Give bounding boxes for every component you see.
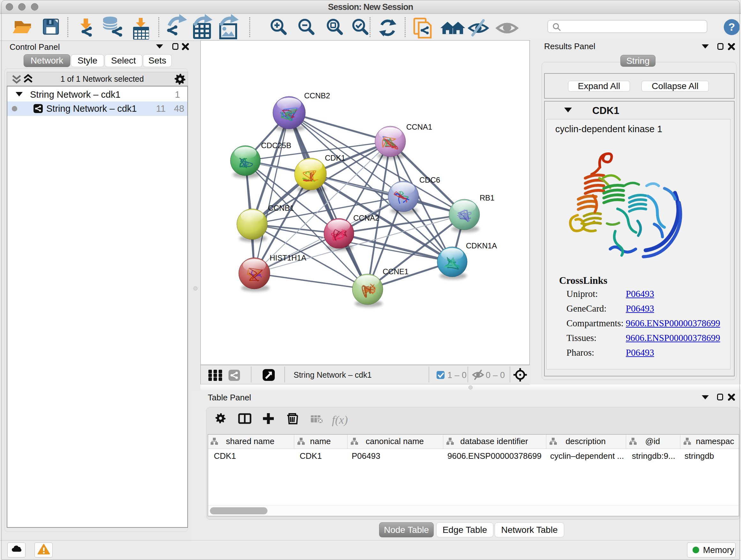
svg-text:f(x): f(x) — [332, 414, 348, 426]
